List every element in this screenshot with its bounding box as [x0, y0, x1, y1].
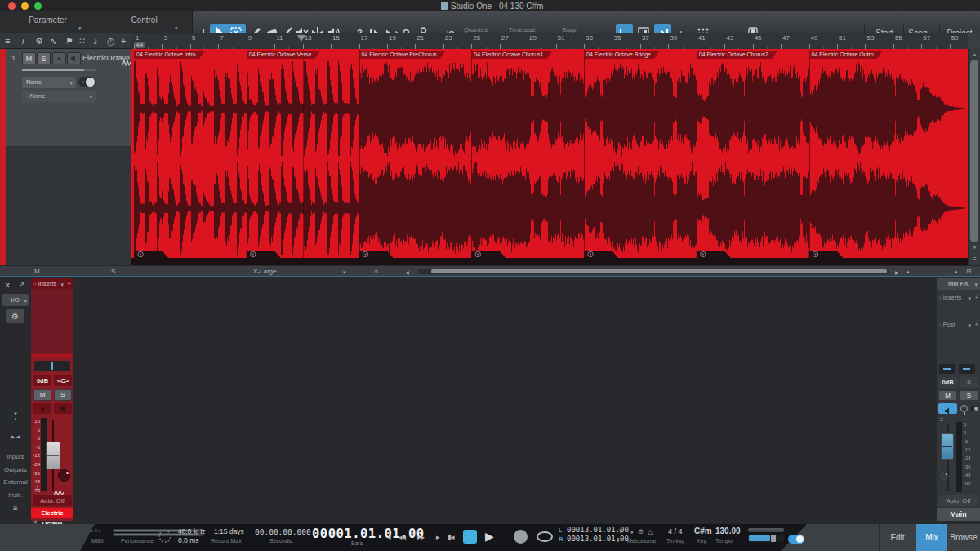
inspector-icon[interactable]: i — [22, 36, 24, 47]
pan-knob[interactable] — [58, 469, 70, 482]
section-label[interactable]: 04 Electric Octave Outro — [809, 51, 883, 59]
chevron-down-icon[interactable]: ▾ — [60, 282, 64, 287]
io-dropdown[interactable]: I/O ▾ — [2, 294, 29, 306]
pan-value[interactable]: <C> — [54, 375, 72, 386]
marker-jump-icon[interactable]: ▸▮ — [617, 527, 622, 534]
chevron-down-icon[interactable]: ▾ — [968, 322, 971, 328]
zoom-out-icon[interactable]: ▶ — [895, 269, 899, 275]
seconds-display[interactable]: 00:00:00.000 — [255, 527, 311, 536]
zoom-up-icon[interactable]: ▲ — [906, 269, 911, 274]
section-label[interactable]: 04 Electric Octave Verse — [247, 51, 321, 59]
master-inserts-header[interactable]: ○ Inserts ▾ + — [937, 292, 980, 304]
list-options-icon[interactable]: ≡ — [374, 268, 378, 276]
add-insert-icon[interactable]: + — [975, 292, 978, 303]
volume-value[interactable]: 0dB — [33, 375, 51, 386]
tool-settings-icon[interactable]: ⚙ — [35, 36, 43, 47]
control-dropdown[interactable]: Control ▾ — [96, 11, 193, 33]
global-mute-button[interactable]: M — [34, 268, 40, 275]
track-mute-button[interactable]: M — [22, 52, 36, 64]
track-monitor-button[interactable] — [67, 52, 81, 64]
track-solo-button[interactable]: S — [37, 52, 51, 64]
section-label[interactable]: 04 Electric Octave PreChorus — [359, 51, 446, 59]
return-to-start-button[interactable]: ▮◂ — [448, 531, 453, 544]
section-label[interactable]: 04 Electric Octave Chorus2 — [697, 51, 777, 59]
output-level-slider[interactable] — [748, 535, 784, 542]
horizontal-scrollbar-thumb[interactable] — [431, 269, 887, 273]
scroll-down-icon[interactable]: ▼ — [969, 245, 980, 250]
metronome-label[interactable]: Metronome — [627, 538, 656, 544]
strip-scroll-left-icon[interactable]: ◀ — [33, 518, 37, 524]
master-volume-value[interactable]: 0dB — [938, 377, 957, 388]
arrangement-canvas[interactable] — [131, 49, 969, 265]
master-pan-right[interactable] — [959, 364, 975, 374]
track-record-arm-button[interactable]: ● — [52, 52, 66, 64]
automation-mode-button[interactable]: Auto: Off — [33, 495, 72, 506]
track-name[interactable]: ElectricOctave — [82, 54, 122, 62]
close-window-icon[interactable] — [8, 2, 16, 10]
zoom-in-icon[interactable]: ▲ — [954, 269, 959, 274]
marker-icon[interactable]: ⚑ — [65, 36, 74, 47]
track-size-value[interactable]: X-Large — [253, 268, 276, 275]
record-button[interactable] — [514, 530, 528, 544]
master-pan-left[interactable] — [939, 364, 956, 374]
tempo-value[interactable]: 130.00 — [715, 527, 741, 535]
grid-icon[interactable]: ∷ — [79, 36, 85, 47]
mixfx-dropdown[interactable]: Mix FX ▾ — [937, 278, 980, 290]
main-time-display[interactable]: 00001.01.01.00 — [312, 527, 425, 541]
section-label[interactable]: 04 Electric Octave Bridge — [584, 51, 660, 59]
track-volume-slider[interactable] — [22, 69, 84, 71]
master-monitor-button[interactable] — [938, 403, 957, 414]
inserts-header[interactable]: ○ Inserts ▾ + — [31, 278, 74, 289]
previous-bar-button[interactable]: ◂ — [387, 531, 391, 544]
fader-handle[interactable] — [46, 442, 60, 469]
pan-slider[interactable] — [34, 361, 70, 371]
track-color-strip[interactable] — [0, 49, 6, 265]
section-label[interactable]: 04 Electric Octave Chorus1 — [471, 51, 552, 59]
chevron-down-icon[interactable]: ▾ — [968, 295, 971, 301]
maximize-window-icon[interactable] — [34, 2, 42, 10]
note-icon[interactable]: ♪ — [93, 36, 98, 47]
track-list-menu-icon[interactable]: ≡ — [5, 36, 10, 47]
power-icon[interactable]: ○ — [938, 322, 942, 327]
time-icon[interactable]: ◷ — [107, 36, 115, 47]
minimize-window-icon[interactable] — [21, 2, 29, 10]
console-nav-external[interactable]: External — [0, 476, 31, 489]
mix-view-button[interactable]: Mix — [916, 524, 947, 551]
detach-console-icon[interactable]: ↗ — [18, 280, 24, 289]
metronome-icon[interactable]: △ — [648, 528, 653, 535]
scrollbar-menu-icon[interactable]: ≡ — [969, 256, 980, 263]
performance-label[interactable]: Performance — [121, 538, 154, 544]
edit-view-button[interactable]: Edit — [879, 524, 916, 551]
loop-button[interactable] — [535, 531, 555, 546]
automation-toggle[interactable] — [78, 77, 96, 87]
stop-button[interactable] — [463, 530, 477, 544]
power-icon[interactable]: ○ — [938, 295, 942, 300]
fast-forward-button[interactable]: ▸▸ — [417, 531, 425, 544]
master-pan-value[interactable]: 0 — [960, 377, 978, 388]
add-insert-icon[interactable]: + — [68, 278, 71, 289]
channel-mute-button[interactable]: M — [33, 389, 51, 401]
channel-solo-button[interactable]: S — [54, 389, 72, 401]
zoom-presets-icon[interactable]: ⊞ — [966, 268, 972, 275]
master-fader-handle[interactable] — [941, 433, 954, 460]
timeline-ruler[interactable]: 4/4 135791113151719212325272931333537394… — [131, 33, 968, 49]
chevron-down-icon[interactable]: ▾ — [343, 269, 346, 275]
automation-target-dropdown[interactable]: ▫ None ▾ — [22, 91, 96, 102]
mono-toggle-icon[interactable] — [970, 406, 978, 411]
console-banks-icon[interactable]: ≡ — [0, 504, 31, 513]
fader-options-icon[interactable]: ≡ — [940, 416, 944, 424]
console-nav-outputs[interactable]: Outputs — [0, 464, 31, 477]
key-value[interactable]: C#m — [694, 527, 712, 535]
automation-param-dropdown[interactable]: None ▾ — [22, 77, 76, 88]
click-dot-icon[interactable]: ● — [630, 530, 634, 535]
vertical-scrollbar-thumb[interactable] — [970, 60, 978, 242]
master-automation-mode[interactable]: Auto: Off — [938, 495, 978, 506]
horizontal-scrollbar[interactable] — [418, 269, 889, 274]
power-icon[interactable]: ○ — [33, 282, 37, 287]
console-nav-inputs[interactable]: Inputs — [0, 451, 31, 464]
loop-follow-icon[interactable]: ▮◂ — [617, 536, 622, 543]
section-label[interactable]: 04 Electric Octave Intro — [134, 51, 205, 59]
console-nav-instr[interactable]: Instr. — [0, 489, 31, 502]
channel-record-button[interactable]: ● — [33, 403, 51, 414]
close-console-icon[interactable]: × — [5, 280, 10, 290]
